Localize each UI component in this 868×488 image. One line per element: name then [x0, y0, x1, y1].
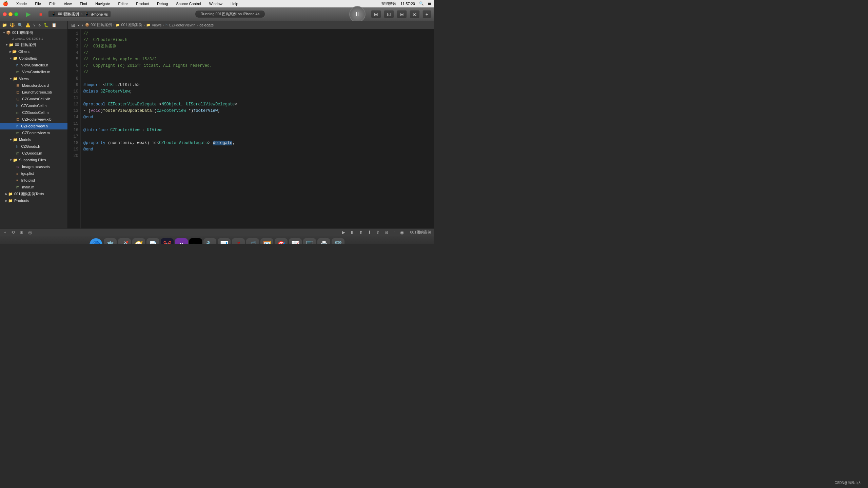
- sidebar-warning-icon[interactable]: ⚠️: [25, 23, 31, 27]
- breadcrumb-item-5[interactable]: delegate: [199, 23, 214, 27]
- expand-triangle-controllers[interactable]: ▼: [9, 57, 12, 60]
- sidebar-item-others[interactable]: ▶ 📂 Others: [0, 48, 67, 55]
- expand-triangle-products[interactable]: ▶: [5, 199, 7, 202]
- sidebar-item-main-folder[interactable]: ▼ 📁 001团购案例: [0, 41, 67, 48]
- sidebar-item-project[interactable]: ▼ 📦 001团购案例: [0, 29, 67, 36]
- dock-dash[interactable]: 📊: [218, 238, 231, 244]
- sidebar-item-supporting[interactable]: ▼ 📁 Supporting Files: [0, 157, 67, 163]
- sidebar-item-controllers[interactable]: ▼ 📁 Controllers: [0, 55, 67, 62]
- sidebar-item-info-plist[interactable]: ≡ Info.plist: [0, 177, 67, 184]
- sidebar-item-views[interactable]: ▼ 📁 Views: [0, 75, 67, 82]
- history-button[interactable]: ⟲: [10, 230, 16, 235]
- dock-trash[interactable]: 🗑️: [332, 238, 344, 244]
- dock-filezilla[interactable]: Z: [232, 238, 245, 244]
- stop-button[interactable]: ■: [36, 9, 45, 19]
- sidebar-item-main-m[interactable]: m main.m: [0, 184, 67, 190]
- sidebar-item-czgoodscell-h[interactable]: h CZGoodsCell.h: [0, 102, 67, 109]
- dock-print[interactable]: 🖨️: [317, 238, 330, 244]
- sidebar-report-icon[interactable]: 📋: [52, 23, 57, 27]
- sidebar-debug-icon[interactable]: 🐛: [44, 23, 49, 27]
- sidebar-item-tgs-plist[interactable]: ≡ tgs.plist: [0, 170, 67, 177]
- sidebar-item-main-storyboard[interactable]: ⊟ Main.storyboard: [0, 82, 67, 89]
- sidebar-item-models[interactable]: ▼ 📁 Models: [0, 136, 67, 143]
- menu-edit[interactable]: Edit: [48, 2, 57, 6]
- dock-onenote[interactable]: N: [175, 238, 188, 244]
- expand-triangle-tests[interactable]: ▶: [5, 192, 7, 196]
- filter-button[interactable]: ◎: [27, 230, 33, 235]
- menu-debug[interactable]: Debug: [156, 2, 169, 6]
- scheme-selector[interactable]: 📱 001团购案例 › 📱 iPhone 4s: [48, 11, 111, 18]
- sidebar-search-icon[interactable]: 🔍: [18, 23, 23, 27]
- menu-source-control[interactable]: Source Control: [175, 2, 202, 6]
- menu-editor[interactable]: Editor: [117, 2, 129, 6]
- list-icon[interactable]: ☰: [428, 1, 431, 6]
- expand-triangle-supporting[interactable]: ▼: [9, 159, 12, 162]
- menu-product[interactable]: Product: [135, 2, 150, 6]
- dock-finder[interactable]: 🔵: [90, 238, 102, 244]
- sidebar-item-czfooterview-xib[interactable]: ⊡ CZFooterView.xib: [0, 116, 67, 123]
- menu-navigate[interactable]: Navigate: [94, 2, 111, 6]
- menu-view[interactable]: View: [62, 2, 73, 6]
- sidebar-item-czgoodscell-xib[interactable]: ⊡ CZGoodsCell.xib: [0, 96, 67, 102]
- debug-layout-btn[interactable]: ⊟: [383, 230, 389, 235]
- dock-music[interactable]: 🎵: [246, 238, 259, 244]
- dock-photos[interactable]: 🖼️: [260, 238, 273, 244]
- step-over-btn[interactable]: ⬆: [358, 230, 364, 235]
- dock-instruments[interactable]: 🎯: [275, 238, 288, 244]
- pause-button[interactable]: ⏸: [349, 6, 366, 22]
- share-btn[interactable]: ↑: [392, 230, 396, 235]
- dock-notes[interactable]: 📄: [146, 238, 159, 244]
- sidebar-item-products[interactable]: ▶ 📁 Products: [0, 197, 67, 204]
- menu-xcode[interactable]: Xcode: [15, 2, 28, 6]
- inspectors-toggle[interactable]: ⊟: [397, 10, 407, 18]
- dock-terminal[interactable]: >_: [189, 238, 202, 244]
- dock-grapher[interactable]: 📈: [289, 238, 302, 244]
- add-target-button[interactable]: +: [3, 230, 7, 235]
- forward-button[interactable]: ›: [81, 22, 84, 28]
- sidebar-item-czfooterview-m[interactable]: m CZFooterView.m: [0, 129, 67, 136]
- debug-toggle[interactable]: ⊡: [384, 10, 394, 18]
- layout-toggle[interactable]: ⊠: [410, 10, 420, 18]
- back-button[interactable]: ‹: [77, 22, 80, 28]
- sidebar-breakpoint-icon[interactable]: ⟡: [38, 23, 41, 27]
- dock-system-prefs[interactable]: ⚙️: [104, 238, 117, 244]
- expand-triangle-others[interactable]: ▶: [9, 50, 12, 53]
- sidebar-item-vc-h[interactable]: h ViewController.h: [0, 62, 67, 68]
- minimize-button[interactable]: [8, 12, 13, 16]
- sidebar-item-launchscreen[interactable]: ⊡ LaunchScreen.xib: [0, 89, 67, 96]
- sidebar-folder-icon[interactable]: 📁: [2, 23, 7, 27]
- maximize-button[interactable]: [14, 12, 18, 16]
- dock-xcode[interactable]: ✂️: [161, 238, 174, 244]
- dock-safari[interactable]: 🧭: [132, 238, 145, 244]
- prev-file-button[interactable]: ⊞: [71, 22, 76, 28]
- breadcrumb-item-1[interactable]: 001团购案例: [91, 22, 112, 27]
- sidebar-git-icon[interactable]: ⑂: [33, 23, 36, 27]
- sidebar-item-vc-m[interactable]: m ViewController.m: [0, 68, 67, 75]
- sidebar-item-czgoods-h[interactable]: h CZGoods.h: [0, 143, 67, 150]
- sidebar-item-czgoods-m[interactable]: m CZGoods.m: [0, 150, 67, 157]
- navigator-toggle[interactable]: ⊞: [371, 10, 381, 18]
- menu-window[interactable]: Window: [208, 2, 224, 6]
- location-btn[interactable]: ◉: [399, 230, 405, 235]
- dock-rocket[interactable]: 🚀: [118, 238, 131, 244]
- breadcrumb-item-3[interactable]: Views: [152, 23, 161, 27]
- expand-triangle-models[interactable]: ▼: [9, 138, 12, 141]
- sidebar-item-czfooterview-h[interactable]: h CZFooterView.h: [0, 123, 67, 129]
- expand-triangle[interactable]: ▼: [3, 31, 5, 34]
- breadcrumb-item-2[interactable]: 001团购案例: [121, 22, 142, 27]
- menu-help[interactable]: Help: [229, 2, 240, 6]
- sidebar-item-images[interactable]: ⊕ Images.xcassets: [0, 163, 67, 170]
- close-button[interactable]: [3, 12, 7, 16]
- debug-area-btn[interactable]: ▶: [341, 230, 346, 235]
- dock-tools[interactable]: 🔧: [203, 238, 216, 244]
- sidebar-vcm-icon[interactable]: 🔱: [10, 23, 15, 27]
- apple-menu[interactable]: 🍎: [3, 1, 8, 6]
- breadcrumb-item-4[interactable]: CZFooterView.h: [169, 23, 196, 27]
- step-into-btn[interactable]: ⬇: [367, 230, 372, 235]
- expand-triangle-views[interactable]: ▼: [9, 77, 12, 80]
- step-out-btn[interactable]: ⇧: [375, 230, 381, 235]
- search-icon[interactable]: 🔍: [419, 1, 424, 6]
- sidebar-item-czgoodscell-m[interactable]: m CZGoodsCell.m: [0, 109, 67, 116]
- expand-triangle-main[interactable]: ▼: [5, 43, 8, 46]
- menu-find[interactable]: Find: [79, 2, 88, 6]
